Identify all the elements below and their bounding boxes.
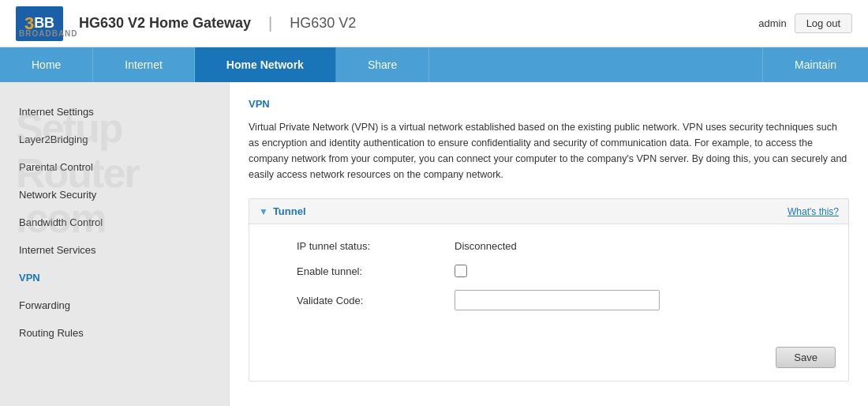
header-divider: | (268, 14, 272, 32)
tunnel-title: Tunnel (273, 205, 306, 217)
header-subtitle: HG630 V2 (290, 15, 356, 32)
ip-tunnel-status-value: Disconnected (455, 240, 517, 252)
sidebar-item-routing-rules[interactable]: Routing Rules (0, 319, 229, 347)
sidebar-item-forwarding[interactable]: Forwarding (0, 291, 229, 319)
main-layout: SetupRouter.com Internet Settings Layer2… (0, 82, 868, 406)
vpn-description: Virtual Private Network (VPN) is a virtu… (249, 119, 849, 182)
sidebar-item-bandwidth-control[interactable]: Bandwidth Control (0, 209, 229, 236)
form-row-validate-code: Validate Code: (297, 290, 825, 310)
sidebar: SetupRouter.com Internet Settings Layer2… (0, 82, 229, 406)
enable-tunnel-checkbox[interactable] (455, 265, 467, 277)
form-row-enable-tunnel: Enable tunnel: (297, 265, 825, 277)
admin-label: admin (758, 17, 786, 29)
save-button[interactable]: Save (776, 347, 836, 368)
validate-code-label: Validate Code: (297, 295, 455, 306)
logo: 3BB BROADBAND (16, 6, 63, 41)
content-area: VPN Virtual Private Network (VPN) is a v… (229, 82, 868, 406)
sidebar-item-internet-settings[interactable]: Internet Settings (0, 98, 229, 126)
sidebar-item-layer2bridging[interactable]: Layer2Bridging (0, 126, 229, 153)
nav-item-internet[interactable]: Internet (93, 47, 194, 82)
form-row-ip-tunnel-status: IP tunnel status: Disconnected (297, 240, 825, 252)
header-title: HG630 V2 Home Gateway (79, 15, 251, 32)
save-row: Save (249, 339, 848, 381)
sidebar-item-network-security[interactable]: Network Security (0, 181, 229, 209)
nav-item-maintain[interactable]: Maintain (762, 47, 868, 82)
tunnel-body: IP tunnel status: Disconnected Enable tu… (249, 224, 848, 339)
whats-this-link[interactable]: What's this? (788, 206, 839, 217)
nav-bar: Home Internet Home Network Share Maintai… (0, 47, 868, 82)
sidebar-item-internet-services[interactable]: Internet Services (0, 236, 229, 264)
logo-sub: BROADBAND (19, 29, 78, 38)
logo-area: 3BB BROADBAND HG630 V2 Home Gateway | HG… (16, 6, 356, 41)
tunnel-header: ▼ Tunnel What's this? (249, 199, 848, 224)
tunnel-collapse-icon[interactable]: ▼ (259, 206, 268, 217)
nav-item-home[interactable]: Home (0, 47, 93, 82)
vpn-section-label: VPN (249, 98, 849, 110)
header: 3BB BROADBAND HG630 V2 Home Gateway | HG… (0, 0, 868, 47)
validate-code-input[interactable] (455, 290, 660, 310)
ip-tunnel-status-label: IP tunnel status: (297, 240, 455, 252)
sidebar-item-vpn[interactable]: VPN (0, 264, 229, 291)
tunnel-section: ▼ Tunnel What's this? IP tunnel status: … (249, 198, 849, 382)
nav-item-share[interactable]: Share (336, 47, 429, 82)
logout-button[interactable]: Log out (795, 13, 852, 33)
header-right: admin Log out (758, 13, 852, 33)
nav-item-home-network[interactable]: Home Network (195, 47, 336, 82)
enable-tunnel-label: Enable tunnel: (297, 265, 455, 277)
sidebar-item-parental-control[interactable]: Parental Control (0, 153, 229, 181)
